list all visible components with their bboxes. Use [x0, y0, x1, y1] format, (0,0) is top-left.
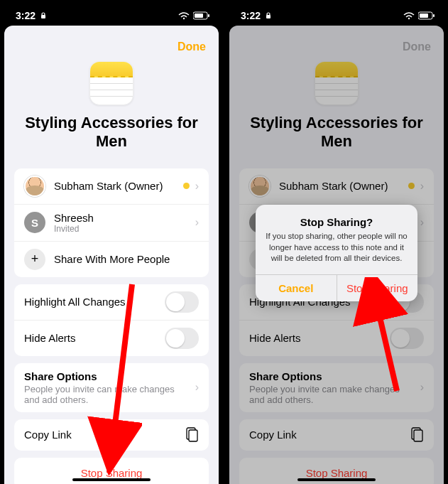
- svg-rect-5: [208, 14, 209, 17]
- chevron-right-icon: ›: [195, 381, 199, 394]
- done-button[interactable]: Done: [177, 41, 206, 53]
- lock-icon: [265, 12, 272, 19]
- lock-icon: [40, 12, 47, 19]
- plus-icon: +: [24, 249, 45, 270]
- svg-rect-4: [195, 14, 203, 18]
- wifi-icon: [403, 12, 415, 20]
- highlight-toggle[interactable]: [165, 291, 199, 313]
- highlight-changes-row: Highlight All Changes: [14, 284, 209, 320]
- invitee-name: Shreesh Invited: [54, 212, 190, 234]
- svg-rect-13: [420, 14, 428, 18]
- battery-icon: [193, 11, 210, 20]
- svg-rect-14: [433, 14, 435, 17]
- avatar-invitee: S: [24, 212, 45, 233]
- people-group: Subham Stark (Owner) › S Shreesh Invited…: [14, 168, 209, 277]
- status-time: 3:22: [16, 10, 35, 21]
- note-title: Styling Accessories for Men: [18, 114, 204, 151]
- alert-confirm-button[interactable]: Stop Sharing: [337, 275, 418, 301]
- settings-group: Highlight All Changes Hide Alerts: [14, 284, 209, 356]
- phone-right: 3:22 Done Styling Accessories for Men Su…: [225, 0, 448, 484]
- svg-point-2: [183, 17, 185, 18]
- wifi-icon: [178, 12, 190, 20]
- copy-icon: [185, 427, 199, 443]
- hide-alerts-row: Hide Alerts: [14, 320, 209, 356]
- status-time: 3:22: [241, 10, 261, 21]
- stop-sharing-alert: Stop Sharing? If you stop sharing, other…: [256, 205, 417, 301]
- chevron-right-icon: ›: [195, 216, 199, 229]
- avatar-owner: [24, 176, 45, 197]
- hide-alerts-toggle[interactable]: [165, 328, 199, 349]
- notes-app-icon: [89, 61, 133, 105]
- owner-name: Subham Stark (Owner): [54, 180, 183, 192]
- home-indicator[interactable]: [72, 478, 151, 481]
- invitee-row[interactable]: S Shreesh Invited ›: [14, 204, 209, 241]
- share-more-row[interactable]: + Share With More People: [14, 241, 209, 277]
- svg-point-11: [408, 17, 410, 18]
- share-options-group: Share Options People you invite can make…: [14, 363, 209, 412]
- share-more-label: Share With More People: [54, 253, 199, 265]
- phone-left: 3:22 Done Styling Accessories for Men Su…: [0, 0, 223, 484]
- alert-cancel-button[interactable]: Cancel: [256, 275, 337, 301]
- alert-message: If you stop sharing, other people will n…: [266, 231, 408, 264]
- svg-rect-7: [189, 430, 197, 441]
- copy-link-row[interactable]: Copy Link: [14, 419, 209, 451]
- share-sheet: Done Styling Accessories for Men Subham …: [4, 26, 219, 484]
- owner-row[interactable]: Subham Stark (Owner) ›: [14, 168, 209, 204]
- copy-link-group: Copy Link: [14, 419, 209, 451]
- battery-icon: [418, 11, 435, 20]
- alert-title: Stop Sharing?: [266, 216, 408, 228]
- chevron-right-icon: ›: [195, 180, 199, 193]
- share-options-row[interactable]: Share Options People you invite can make…: [14, 363, 209, 412]
- owner-status-dot: [183, 183, 190, 189]
